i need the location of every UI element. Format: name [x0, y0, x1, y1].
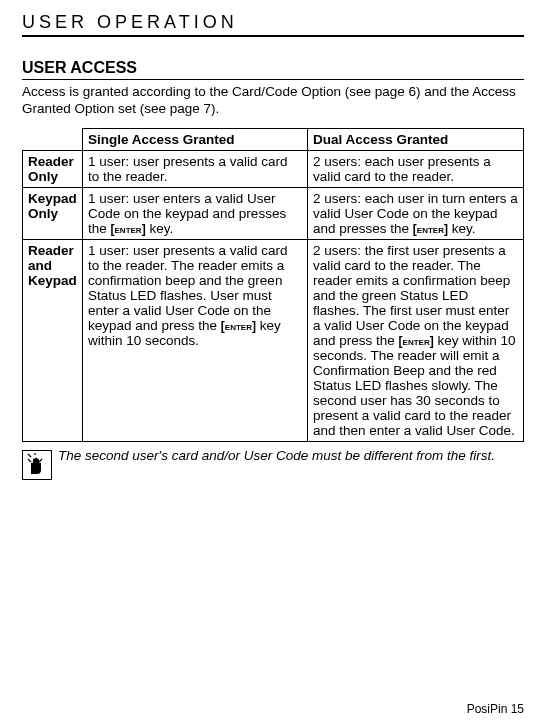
row-header-reader-and-keypad: Reader and Keypad: [23, 239, 83, 441]
col-header-dual: Dual Access Granted: [308, 128, 524, 150]
note-text: The second user's card and/or User Code …: [58, 448, 495, 465]
note-row: The second user's card and/or User Code …: [22, 448, 524, 484]
cell-single: 1 user: user presents a valid card to th…: [83, 150, 308, 187]
row-label-line: Keypad: [28, 273, 77, 288]
row-label-line: Reader: [28, 243, 74, 258]
cell-single: 1 user: user enters a valid User Code on…: [83, 187, 308, 239]
enter-key-label: [enter]: [221, 319, 256, 333]
intro-paragraph: Access is granted according to the Card/…: [22, 84, 524, 118]
page-footer: PosiPin 15: [22, 692, 524, 716]
table-row: Keypad Only 1 user: user enters a valid …: [23, 187, 524, 239]
enter-key-label: [enter]: [399, 334, 434, 348]
table-row: Reader Only 1 user: user presents a vali…: [23, 150, 524, 187]
cell-single: 1 user: user presents a valid card to th…: [83, 239, 308, 441]
row-label-line: Reader: [28, 154, 74, 169]
enter-key-label: [enter]: [413, 222, 448, 236]
cell-dual: 2 users: each user presents a valid card…: [308, 150, 524, 187]
cell-dual: 2 users: each user in turn enters a vali…: [308, 187, 524, 239]
note-hand-icon: [22, 450, 52, 484]
row-label-line: Keypad: [28, 191, 77, 206]
row-header-reader-only: Reader Only: [23, 150, 83, 187]
text-frag: key within 10 seconds. The reader will e…: [313, 333, 515, 438]
cell-dual: 2 users: the first user presents a valid…: [308, 239, 524, 441]
row-label-line: Only: [28, 206, 58, 221]
col-header-single: Single Access Granted: [83, 128, 308, 150]
table-row: Reader and Keypad 1 user: user presents …: [23, 239, 524, 441]
row-label-line: and: [28, 258, 52, 273]
text-frag: key.: [146, 221, 174, 236]
section-title: USER ACCESS: [22, 59, 524, 80]
text-frag: key.: [448, 221, 476, 236]
access-table: Single Access Granted Dual Access Grante…: [22, 128, 524, 442]
row-header-keypad-only: Keypad Only: [23, 187, 83, 239]
enter-key-label: [enter]: [111, 222, 146, 236]
table-corner: [23, 128, 83, 150]
row-label-line: Only: [28, 169, 58, 184]
chapter-title: USER OPERATION: [22, 12, 524, 37]
